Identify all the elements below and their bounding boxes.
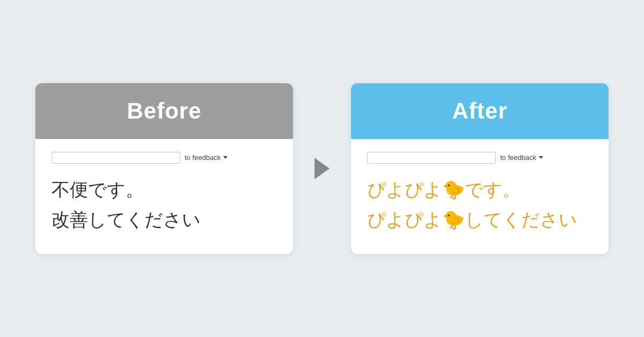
after-card: After to feedback ぴよぴよ🐤です。 ぴよぴよ🐤してください: [351, 83, 609, 254]
after-dropdown-text: to feedback: [500, 153, 536, 162]
after-text-input[interactable]: [367, 152, 496, 164]
before-card: Before to feedback 不便です。 改善してください: [35, 83, 293, 254]
after-dropdown[interactable]: to feedback: [500, 153, 543, 162]
after-chevron-down-icon: [539, 156, 543, 159]
before-header: Before: [35, 83, 293, 139]
before-dropdown-text: to feedback: [185, 153, 221, 162]
before-chevron-down-icon: [223, 156, 228, 159]
before-text-input[interactable]: [52, 152, 180, 164]
before-line1: 不便です。: [52, 174, 277, 204]
after-line2: ぴよぴよ🐤してください: [367, 204, 592, 235]
after-main-text: ぴよぴよ🐤です。 ぴよぴよ🐤してください: [367, 174, 592, 235]
arrow-right-icon: [314, 158, 330, 179]
before-line2: 改善してください: [52, 204, 277, 235]
after-body: to feedback ぴよぴよ🐤です。 ぴよぴよ🐤してください: [351, 139, 609, 254]
arrow-container: [314, 158, 330, 179]
before-input-area: to feedback: [52, 152, 277, 164]
before-title: Before: [46, 98, 282, 124]
before-main-text: 不便です。 改善してください: [52, 174, 277, 235]
before-body: to feedback 不便です。 改善してください: [35, 139, 293, 254]
after-header: After: [351, 83, 609, 139]
after-input-area: to feedback: [367, 152, 592, 164]
after-title: After: [362, 98, 598, 124]
after-line1: ぴよぴよ🐤です。: [367, 174, 592, 204]
before-dropdown[interactable]: to feedback: [185, 153, 228, 162]
